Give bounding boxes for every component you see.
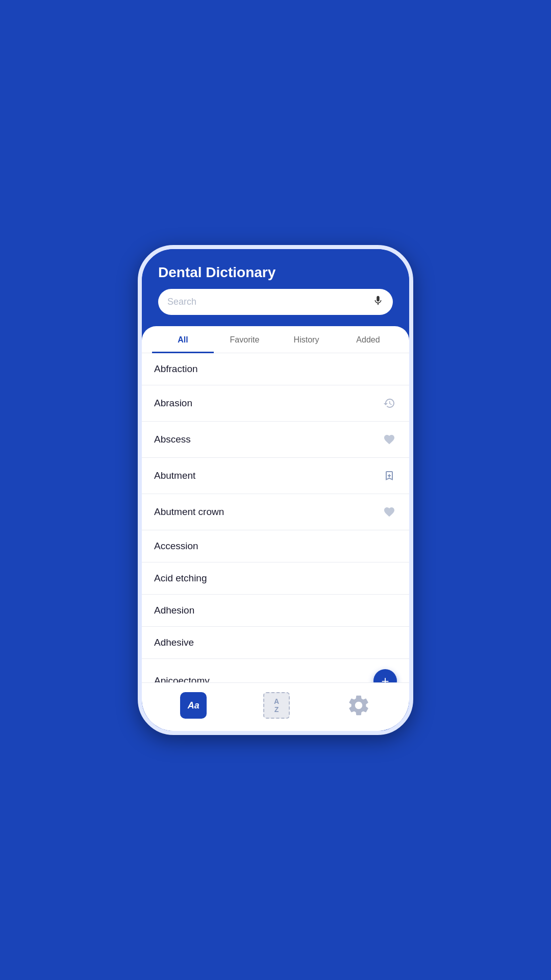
phone-frame: Dental Dictionary All Favorite History A… [138,245,413,735]
favorite-icon [382,504,397,520]
word-label: Accession [154,541,198,552]
word-label: Abscess [154,434,191,445]
main-content: All Favorite History Added Abfraction Ab… [142,326,409,731]
az-index-icon: A Z [263,692,290,719]
word-label: Adhesion [154,605,194,616]
list-item[interactable]: Abrasion [142,385,409,422]
list-item[interactable]: Abutment [142,458,409,494]
app-title: Dental Dictionary [158,264,393,281]
list-item[interactable]: Adhesive [142,627,409,659]
word-label: Abutment [154,470,195,481]
list-item[interactable]: Apicoectomy + [142,659,409,682]
word-list: Abfraction Abrasion Abscess [142,353,409,682]
add-button[interactable]: + [373,669,397,682]
favorite-icon [382,432,397,447]
list-item[interactable]: Accession [142,530,409,562]
dictionary-icon: Aa [180,692,207,719]
word-label: Apicoectomy [154,675,210,682]
nav-item-dictionary[interactable]: Aa [170,690,217,721]
nav-item-settings[interactable] [336,691,381,720]
list-item[interactable]: Abfraction [142,353,409,385]
bottom-nav: Aa A Z [142,682,409,731]
list-item[interactable]: Abutment crown [142,494,409,530]
list-item[interactable]: Acid etching [142,562,409,595]
bookmark-icon [382,468,397,483]
word-label: Abfraction [154,363,198,375]
search-input[interactable] [167,297,367,307]
tab-history[interactable]: History [276,326,337,353]
word-label: Abrasion [154,398,192,409]
nav-item-az[interactable]: A Z [253,690,300,721]
list-item[interactable]: Abscess [142,422,409,458]
word-label: Acid etching [154,573,207,584]
tab-added[interactable]: Added [337,326,399,353]
search-bar[interactable] [158,289,393,315]
tab-favorite[interactable]: Favorite [214,326,276,353]
history-icon [382,396,397,411]
settings-icon [346,693,371,718]
phone-inner: Dental Dictionary All Favorite History A… [142,249,409,731]
tab-bar: All Favorite History Added [142,326,409,353]
header: Dental Dictionary [142,249,409,326]
tab-all[interactable]: All [152,326,214,353]
microphone-icon[interactable] [372,295,384,309]
list-item[interactable]: Adhesion [142,595,409,627]
word-label: Adhesive [154,637,194,648]
word-label: Abutment crown [154,506,224,518]
